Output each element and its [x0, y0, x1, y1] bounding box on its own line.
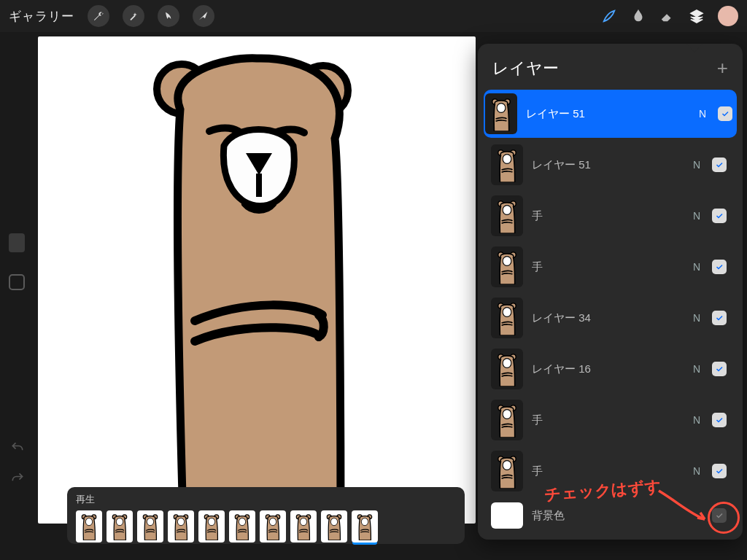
layer-thumbnail: [491, 400, 523, 440]
blend-mode-label[interactable]: N: [690, 210, 703, 222]
timeline-frame[interactable]: [290, 510, 317, 542]
layer-row[interactable]: 手N: [484, 396, 737, 444]
svg-point-43: [239, 518, 245, 526]
color-swatch[interactable]: [718, 6, 738, 26]
animation-timeline: 再生: [67, 487, 465, 544]
timeline-frame[interactable]: [198, 510, 225, 542]
layer-row[interactable]: レイヤー 51N: [484, 90, 737, 138]
wrench-icon[interactable]: [88, 5, 109, 27]
layer-visibility-checkbox[interactable]: [712, 464, 727, 478]
svg-point-31: [116, 518, 123, 526]
timeline-frame[interactable]: [137, 510, 163, 542]
svg-point-40: [208, 518, 214, 526]
svg-point-37: [177, 518, 184, 526]
layer-row[interactable]: 手N: [484, 192, 737, 240]
background-swatch: [491, 502, 523, 529]
layer-thumbnail: [491, 349, 523, 389]
timeline-frame[interactable]: [76, 510, 102, 542]
top-toolbar: ギャラリー: [0, 0, 747, 32]
layer-row[interactable]: 手N: [484, 447, 737, 495]
selection-icon[interactable]: [158, 5, 179, 27]
timeline-frame[interactable]: [107, 510, 133, 542]
layers-panel-title: レイヤー: [492, 58, 559, 79]
layer-visibility-checkbox[interactable]: [712, 209, 727, 223]
blend-mode-label[interactable]: N: [690, 363, 703, 375]
layer-thumbnail: [491, 144, 523, 185]
gallery-button[interactable]: ギャラリー: [9, 8, 74, 25]
timeline-frame[interactable]: [321, 510, 347, 542]
background-label: 背景色: [532, 509, 703, 523]
smudge-icon[interactable]: [630, 8, 646, 24]
timeline-frame[interactable]: [352, 510, 378, 542]
layer-visibility-checkbox[interactable]: [712, 311, 727, 325]
blend-mode-label[interactable]: N: [690, 465, 703, 477]
svg-point-55: [361, 518, 368, 526]
layer-name-label: レイヤー 51: [532, 158, 681, 172]
background-layer-row[interactable]: 背景色: [484, 498, 737, 533]
svg-point-25: [503, 461, 511, 470]
layer-thumbnail: [491, 298, 523, 338]
background-visibility-checkbox[interactable]: [712, 508, 727, 523]
blend-mode-label[interactable]: N: [690, 159, 703, 171]
svg-point-49: [300, 518, 306, 526]
layers-icon[interactable]: [689, 8, 705, 24]
blend-mode-label[interactable]: N: [690, 414, 703, 426]
layers-panel: レイヤー + レイヤー 51N レイヤー 51N 手N 手N レイヤー 34N …: [478, 44, 743, 540]
layer-thumbnail: [491, 195, 523, 236]
layer-name-label: 手: [532, 464, 681, 478]
play-button[interactable]: 再生: [76, 493, 456, 506]
blend-mode-label[interactable]: N: [690, 312, 703, 324]
layer-thumbnail: [491, 451, 523, 491]
layer-row[interactable]: レイヤー 16N: [484, 345, 737, 393]
svg-point-46: [269, 518, 276, 526]
svg-point-22: [503, 410, 511, 419]
layer-thumbnail: [491, 246, 523, 287]
svg-point-52: [330, 518, 337, 526]
blend-mode-label[interactable]: N: [690, 261, 703, 273]
layer-visibility-checkbox[interactable]: [712, 362, 727, 376]
timeline-frame[interactable]: [229, 510, 255, 542]
blend-mode-label[interactable]: N: [696, 108, 709, 120]
layer-name-label: レイヤー 34: [532, 311, 681, 325]
layer-name-label: 手: [532, 260, 681, 274]
add-layer-button[interactable]: +: [717, 57, 728, 79]
timeline-frame[interactable]: [260, 510, 286, 542]
layer-row[interactable]: レイヤー 34N: [484, 294, 737, 342]
layer-name-label: レイヤー 16: [532, 362, 681, 376]
redo-icon[interactable]: [10, 471, 25, 489]
canvas-artwork: [136, 44, 377, 525]
brush-opacity-slider[interactable]: [9, 274, 25, 290]
svg-point-4: [497, 104, 506, 113]
svg-point-16: [503, 308, 511, 317]
layer-visibility-checkbox[interactable]: [712, 158, 727, 172]
eraser-icon[interactable]: [659, 8, 676, 24]
layer-thumbnail: [485, 93, 517, 134]
svg-point-28: [85, 518, 92, 526]
frames-strip: [76, 510, 456, 542]
brush-icon[interactable]: [601, 8, 617, 24]
canvas[interactable]: [38, 36, 476, 524]
layer-visibility-checkbox[interactable]: [718, 106, 732, 121]
layer-name-label: レイヤー 51: [526, 107, 687, 121]
layer-visibility-checkbox[interactable]: [712, 413, 727, 427]
layer-row[interactable]: レイヤー 51N: [484, 141, 737, 189]
move-icon[interactable]: [193, 5, 214, 27]
layer-name-label: 手: [532, 209, 681, 223]
svg-point-7: [503, 155, 511, 164]
layer-name-label: 手: [532, 413, 681, 427]
svg-point-19: [503, 359, 511, 368]
layer-visibility-checkbox[interactable]: [712, 260, 727, 274]
undo-icon[interactable]: [10, 440, 25, 458]
svg-point-34: [147, 518, 153, 526]
timeline-frame[interactable]: [168, 510, 194, 542]
layer-row[interactable]: 手N: [484, 243, 737, 291]
brush-size-slider[interactable]: [9, 233, 25, 252]
wand-icon[interactable]: [123, 5, 144, 27]
svg-point-10: [503, 206, 511, 215]
left-sidebar: [4, 51, 31, 518]
svg-point-13: [503, 257, 511, 266]
